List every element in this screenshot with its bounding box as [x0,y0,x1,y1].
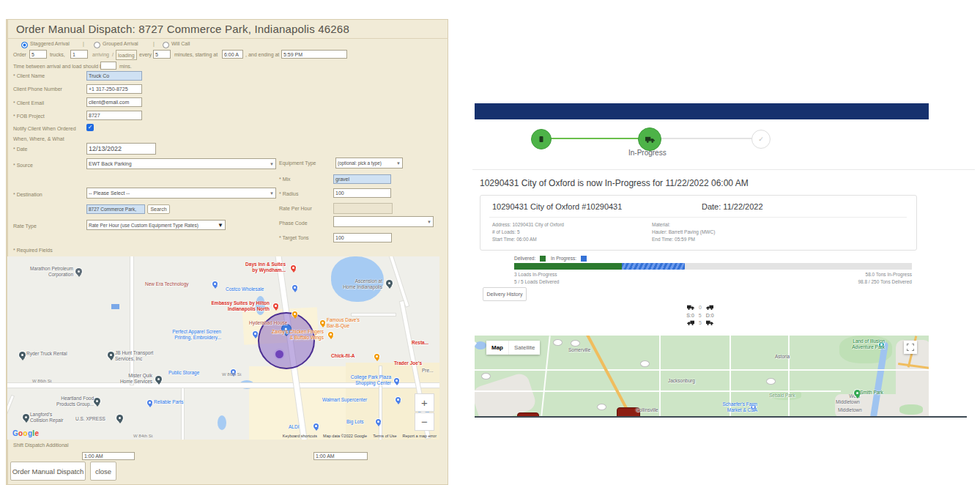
dispatch-map[interactable]: + − Google Keyboard shortcuts Map data ©… [7,256,439,440]
map-type-control[interactable]: Map Satellite [486,341,540,355]
map-pin-icon[interactable] [374,354,379,359]
order-row-text: / [112,52,114,57]
map-pin-icon[interactable] [386,280,393,286]
map-poi-label: Ascension at Home Indianapolis [321,278,382,289]
map-zoom-in-button[interactable]: + [415,393,434,412]
map-poi-label: JB Hunt Transport Services, Inc [115,350,174,361]
order-manual-dispatch-button[interactable]: Order Manual Dispatch [10,462,86,481]
map-pin-icon[interactable] [147,400,152,405]
source-select[interactable]: EWT Back Parking▼ [86,158,276,169]
end-time-input[interactable]: 5:59 PM [281,50,347,59]
notify-client-checkbox[interactable]: ✓ [86,124,94,131]
map-pin-icon[interactable] [328,332,333,337]
client-phone-input[interactable]: +1 317-250-8725 [86,84,142,94]
close-button[interactable]: close [90,462,116,481]
radius-input[interactable]: 100 [333,188,391,198]
map-road [130,256,133,385]
route-shield-icon [571,340,580,347]
map-pin-icon[interactable] [75,268,82,275]
arriving-count-input[interactable]: 1 [70,50,88,59]
map-highlighted-building [111,304,119,309]
when-where-what-label: When, Where, & What [13,136,64,141]
chevron-down-icon: ▼ [218,222,223,229]
search-button[interactable]: Search [147,204,170,214]
map-poi-label: Land of Illusion Adventure Park [839,338,885,349]
every-minutes-input[interactable]: 5 [153,50,171,59]
map-zoom-out-button[interactable]: − [415,412,434,431]
fob-project-input[interactable]: 8727 [86,111,142,120]
map-poi-label: Costco Wholesale [226,286,284,292]
route-shield-icon [640,360,650,367]
satellite-button[interactable]: Satellite [508,341,540,355]
notify-client-label: Notify Client When Ordered [13,126,76,131]
shift-time-input-left[interactable]: 1:00 AM [82,452,135,460]
map-pin-icon[interactable] [396,397,401,402]
map-pin-icon[interactable] [291,265,296,270]
client-name-input[interactable]: Truck Co [86,71,142,81]
fullscreen-icon[interactable] [904,341,917,354]
map-pin-icon[interactable] [108,352,114,358]
report-map-error-link[interactable]: Report a map error [403,434,437,438]
map-pin-icon[interactable] [23,414,29,421]
target-tons-input[interactable]: 100 [333,233,392,242]
truck-cluster-row-top: 0 [678,305,722,310]
map-pond [218,415,226,430]
truck-icon [687,305,694,310]
rate-type-label: Rate Type [13,223,37,229]
map-pin-icon[interactable] [253,331,258,336]
phase-code-select[interactable]: ▼ [333,216,434,227]
rate-type-select[interactable]: Rate Per Hour (use Custom Equipment Type… [86,220,226,230]
card-hauler: Hauler: Barrett Paving (MWC) [652,229,715,234]
will-call-radio[interactable] [163,42,169,48]
shift-time-input-right[interactable]: 1:00 AM [313,452,368,460]
stepper-step-inprogress [638,127,661,151]
staggered-arrival-radio[interactable] [21,42,28,48]
date-input[interactable]: 12/13/2022 [86,143,156,155]
start-time-input[interactable]: 6:00 A [222,50,243,59]
map-pin-icon[interactable] [292,311,297,316]
source-label: * Source [13,163,33,168]
destination-search-input[interactable]: 8727 Commerce Park, [86,204,145,214]
map-poi-label: Langford's Collision Repair [30,412,78,423]
keyboard-shortcuts-link[interactable]: Keyboard shortcuts [283,434,317,438]
status-heading: 10290431 City of Oxford is now In-Progre… [480,178,749,188]
grouped-arrival-radio[interactable] [94,42,100,48]
chevron-down-icon: ▼ [270,191,274,196]
terms-of-use-link[interactable]: Terms of Use [373,434,396,438]
map-pin-icon[interactable] [394,378,399,383]
app-navbar [475,103,929,119]
client-email-input[interactable]: client@email.com [86,97,142,107]
time-between-text: Time between arrival and load should be [13,64,105,69]
street-label: W 86th St [32,379,51,383]
order-row-text: minutes, starting at [174,52,218,57]
map-pin-icon[interactable] [376,419,381,424]
map-pin-icon[interactable] [292,285,297,290]
time-between-input[interactable] [100,62,116,70]
map-pin-icon[interactable] [313,423,319,429]
arriving-toggle[interactable]: arriving [92,52,109,57]
map-pin-icon[interactable] [155,376,162,382]
destination-select[interactable]: -- Please Select --▼ [86,188,276,199]
equipment-type-select[interactable]: (optional: pick a type)▼ [335,158,403,169]
map-poi-label: Ryder Truck Rental [26,351,92,357]
section-divider [472,169,975,170]
map-pin-icon[interactable] [273,303,278,308]
truck-icon [706,320,713,325]
trucks-count-input[interactable]: 5 [29,50,47,59]
map-pin-icon[interactable] [212,281,218,286]
equipment-type-value: (optional: pick a type) [338,160,382,166]
loading-toggle[interactable]: loading [116,50,137,60]
delivery-history-button[interactable]: Delivery History [483,287,527,301]
map-pin-icon[interactable] [94,398,100,404]
order-row-text: Order [13,52,26,57]
map-poi-label: Astoria [775,354,804,360]
map-road [182,388,184,440]
map-pin-icon[interactable] [320,320,325,325]
status-map[interactable]: SomervilleAstoriaJacksonburgSebald ParkW… [475,336,929,416]
map-button[interactable]: Map [486,341,508,355]
stepper-step-complete: ✓ [751,130,771,149]
route-shield-icon [766,378,776,385]
card-material: Material: [652,222,670,227]
map-pin-icon[interactable] [19,352,26,358]
mix-input[interactable]: gravel [333,174,391,184]
